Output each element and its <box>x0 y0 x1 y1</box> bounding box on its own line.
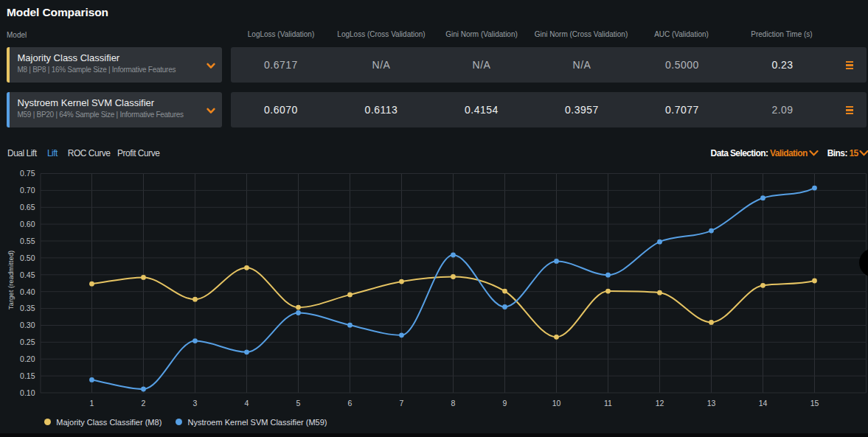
svg-text:10: 10 <box>552 399 561 408</box>
svg-text:15: 15 <box>810 399 819 408</box>
svg-text:0.70: 0.70 <box>20 186 35 195</box>
svg-text:0.40: 0.40 <box>20 287 35 296</box>
svg-text:0.10: 0.10 <box>20 388 35 397</box>
svg-text:0.60: 0.60 <box>20 220 35 228</box>
svg-text:4: 4 <box>245 399 249 408</box>
svg-text:12: 12 <box>656 399 664 408</box>
svg-text:0.25: 0.25 <box>20 338 35 346</box>
svg-text:0.75: 0.75 <box>20 169 35 178</box>
svg-text:0.55: 0.55 <box>20 237 35 245</box>
svg-text:13: 13 <box>707 399 716 408</box>
svg-text:0.35: 0.35 <box>20 304 35 312</box>
svg-text:1: 1 <box>90 399 94 408</box>
svg-text:0.30: 0.30 <box>20 321 35 329</box>
svg-text:9: 9 <box>503 399 507 408</box>
svg-text:0.50: 0.50 <box>20 254 35 262</box>
svg-text:8: 8 <box>451 399 456 408</box>
svg-text:7: 7 <box>400 399 404 408</box>
svg-text:0.65: 0.65 <box>20 203 35 211</box>
svg-text:14: 14 <box>759 399 768 408</box>
svg-text:Target (readmitted): Target (readmitted) <box>7 251 15 310</box>
svg-text:5: 5 <box>296 399 301 408</box>
svg-text:0.20: 0.20 <box>20 354 35 363</box>
svg-text:0.45: 0.45 <box>20 270 35 279</box>
svg-text:0.15: 0.15 <box>20 371 35 380</box>
svg-text:11: 11 <box>604 399 612 408</box>
svg-text:2: 2 <box>142 399 146 408</box>
svg-text:3: 3 <box>193 399 198 408</box>
svg-text:6: 6 <box>348 399 353 408</box>
